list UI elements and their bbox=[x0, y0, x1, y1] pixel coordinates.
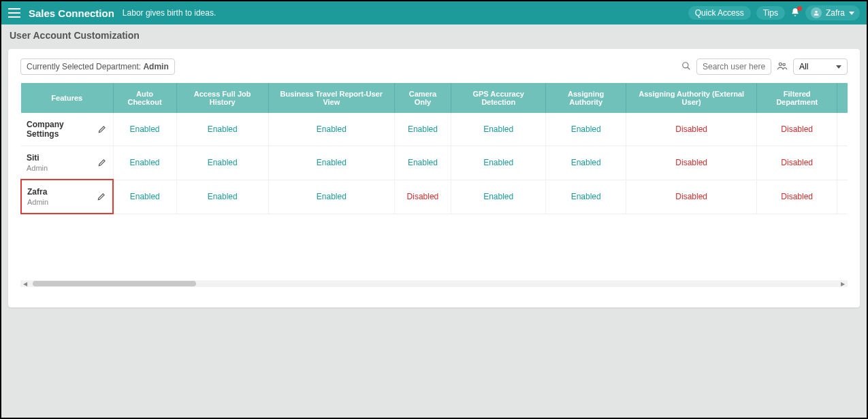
column-header: Business Travel Report-User View bbox=[268, 83, 394, 113]
feature-cell: Disabled bbox=[626, 180, 756, 214]
department-chip[interactable]: Currently Selected Department: Admin bbox=[20, 58, 175, 75]
topbar-right: Quick Access Tips Zafra bbox=[688, 5, 860, 20]
avatar-icon bbox=[811, 7, 822, 18]
row-spacer bbox=[837, 146, 848, 180]
edit-icon[interactable] bbox=[95, 156, 109, 169]
feature-cell: Enabled bbox=[113, 180, 176, 214]
brand-tagline: Labor gives birth to ideas. bbox=[123, 8, 216, 18]
feature-cell: Disabled bbox=[626, 146, 756, 180]
column-header: Camera Only bbox=[394, 83, 451, 113]
scrollbar-thumb[interactable] bbox=[33, 281, 196, 286]
edit-icon[interactable] bbox=[95, 122, 109, 136]
feature-cell: Enabled bbox=[394, 146, 451, 180]
table-row: Company SettingsEnabledEnabledEnabledEna… bbox=[21, 113, 848, 146]
topbar-left: Sales Connection Labor gives birth to id… bbox=[8, 7, 216, 19]
feature-cell: Enabled bbox=[394, 113, 451, 146]
page-subheader: User Account Customization bbox=[1, 24, 867, 46]
features-table: FeaturesAuto CheckoutAccess Full Job His… bbox=[20, 83, 848, 214]
svg-point-1 bbox=[683, 62, 688, 67]
table-header: FeaturesAuto CheckoutAccess Full Job His… bbox=[21, 83, 848, 113]
feature-cell: Enabled bbox=[546, 146, 626, 180]
chevron-down-icon bbox=[849, 12, 854, 15]
column-header: Access Full Job History bbox=[176, 83, 268, 113]
filter-select[interactable]: All bbox=[793, 58, 848, 75]
svg-point-0 bbox=[815, 11, 817, 13]
department-chip-value: Admin bbox=[143, 62, 168, 71]
row-spacer bbox=[837, 180, 848, 214]
notification-dot-icon bbox=[797, 6, 802, 11]
row-name-cell: SitiAdmin bbox=[21, 146, 113, 180]
feature-cell: Enabled bbox=[268, 180, 394, 214]
column-header: Assigning Authority bbox=[546, 83, 626, 113]
row-spacer bbox=[837, 113, 848, 146]
table-row: SitiAdminEnabledEnabledEnabledEnabledEna… bbox=[21, 146, 848, 180]
svg-line-2 bbox=[688, 67, 690, 69]
horizontal-scrollbar[interactable]: ◀ ▶ bbox=[20, 280, 848, 287]
table-wrapper: FeaturesAuto CheckoutAccess Full Job His… bbox=[20, 83, 848, 287]
feature-cell: Enabled bbox=[268, 146, 394, 180]
feature-cell: Enabled bbox=[546, 180, 626, 214]
table-body: Company SettingsEnabledEnabledEnabledEna… bbox=[21, 113, 848, 214]
row-subtitle: Admin bbox=[27, 164, 94, 172]
hamburger-icon[interactable] bbox=[8, 8, 20, 18]
column-header-spacer bbox=[837, 83, 848, 113]
row-subtitle: Admin bbox=[27, 198, 93, 206]
column-header: Filtered Department bbox=[757, 83, 837, 113]
page-title: User Account Customization bbox=[10, 30, 858, 41]
filter-select-value: All bbox=[799, 62, 808, 71]
feature-cell: Enabled bbox=[451, 180, 546, 214]
quick-access-button[interactable]: Quick Access bbox=[688, 6, 751, 20]
feature-cell: Enabled bbox=[546, 113, 626, 146]
search-group: All bbox=[681, 58, 848, 75]
row-name-cell: Company Settings bbox=[21, 113, 113, 146]
chevron-down-icon bbox=[836, 65, 841, 69]
feature-cell: Enabled bbox=[176, 146, 268, 180]
column-header: Assigning Authority (External User) bbox=[626, 83, 756, 113]
user-menu[interactable]: Zafra bbox=[805, 5, 860, 20]
scroll-left-arrow-icon[interactable]: ◀ bbox=[20, 281, 30, 287]
department-chip-label: Currently Selected Department: bbox=[27, 62, 143, 71]
scroll-right-arrow-icon[interactable]: ▶ bbox=[838, 281, 848, 287]
feature-cell: Enabled bbox=[113, 113, 176, 146]
feature-cell: Disabled bbox=[394, 180, 451, 214]
user-name-label: Zafra bbox=[826, 8, 845, 18]
search-icon[interactable] bbox=[681, 61, 691, 73]
row-name: Siti bbox=[27, 153, 39, 163]
notification-bell-icon[interactable] bbox=[790, 7, 800, 19]
feature-cell: Enabled bbox=[113, 146, 176, 180]
toolbar-row: Currently Selected Department: Admin All bbox=[20, 58, 848, 75]
feature-cell: Disabled bbox=[757, 113, 837, 146]
row-name: Zafra bbox=[27, 187, 47, 197]
feature-cell: Enabled bbox=[268, 113, 394, 146]
edit-icon[interactable] bbox=[95, 190, 108, 203]
search-input[interactable] bbox=[696, 58, 771, 75]
people-icon[interactable] bbox=[777, 61, 788, 73]
main-card: Currently Selected Department: Admin All… bbox=[8, 49, 860, 307]
feature-cell: Enabled bbox=[176, 113, 268, 146]
table-row: ZafraAdmin4EnabledEnabledEnabledDisabled… bbox=[21, 180, 848, 214]
tips-button[interactable]: Tips bbox=[756, 6, 785, 20]
feature-cell: Disabled bbox=[626, 113, 756, 146]
annotation-badge: 4 bbox=[20, 184, 22, 209]
column-header: Auto Checkout bbox=[113, 83, 176, 113]
top-bar: Sales Connection Labor gives birth to id… bbox=[1, 1, 867, 24]
row-name-cell: ZafraAdmin4 bbox=[21, 180, 113, 214]
feature-cell: Enabled bbox=[451, 113, 546, 146]
brand-name: Sales Connection bbox=[29, 7, 114, 19]
svg-point-3 bbox=[779, 63, 782, 65]
feature-cell: Enabled bbox=[451, 146, 546, 180]
column-header: Features bbox=[21, 83, 113, 113]
feature-cell: Disabled bbox=[757, 180, 837, 214]
column-header: GPS Accuracy Detection bbox=[451, 83, 546, 113]
svg-point-4 bbox=[783, 63, 785, 65]
feature-cell: Disabled bbox=[757, 146, 837, 180]
row-name: Company Settings bbox=[27, 120, 64, 139]
below-card-area bbox=[1, 307, 867, 419]
feature-cell: Enabled bbox=[176, 180, 268, 214]
